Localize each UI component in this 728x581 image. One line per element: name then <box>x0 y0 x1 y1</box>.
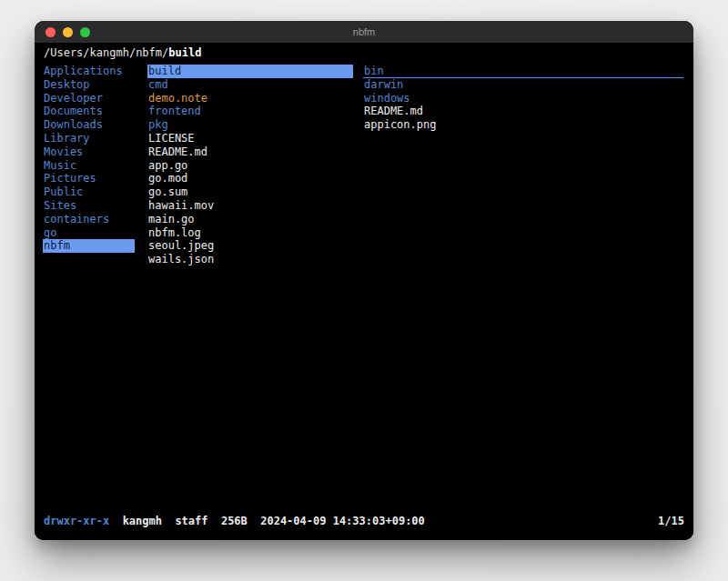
file-item[interactable]: build <box>147 65 353 78</box>
file-item[interactable]: hawaii.mov <box>147 199 353 213</box>
zoom-button[interactable] <box>80 27 90 37</box>
file-item[interactable]: go.sum <box>147 185 353 199</box>
status-bar: drwxr-xr-x kangmh staff 256B 2024-04-09 … <box>44 515 684 528</box>
window-titlebar[interactable]: nbfm <box>35 21 693 43</box>
file-item[interactable]: Developer <box>43 92 135 105</box>
file-item[interactable]: windows <box>363 92 683 105</box>
file-item[interactable]: bin <box>363 65 683 78</box>
file-item[interactable]: nbfm.log <box>147 226 353 240</box>
minimize-button[interactable] <box>63 27 73 37</box>
file-item[interactable]: Library <box>43 132 135 145</box>
file-permissions: drwxr-xr-x <box>44 515 109 528</box>
file-item[interactable]: seoul.jpeg <box>147 239 353 253</box>
file-item[interactable]: appicon.png <box>363 118 683 132</box>
window-title: nbfm <box>35 26 693 37</box>
file-item[interactable]: pkg <box>147 118 353 132</box>
file-item[interactable]: go <box>43 226 135 240</box>
file-item[interactable]: Music <box>43 159 135 173</box>
current-path: /Users/kangmh/nbfm/build <box>44 46 201 60</box>
file-item[interactable]: Documents <box>43 105 135 118</box>
path-current-dir: build <box>168 46 201 59</box>
file-item[interactable]: Desktop <box>43 78 135 92</box>
file-item[interactable]: cmd <box>147 78 353 92</box>
file-item[interactable]: Sites <box>43 199 135 213</box>
file-item[interactable]: frontend <box>147 105 353 118</box>
file-size: 256B <box>221 515 248 528</box>
file-item[interactable]: README.md <box>147 145 353 159</box>
file-item[interactable]: Pictures <box>43 172 135 185</box>
terminal-content: /Users/kangmh/nbfm/build ApplicationsDes… <box>35 43 693 540</box>
file-item[interactable]: containers <box>43 213 135 226</box>
file-item[interactable]: README.md <box>363 105 683 118</box>
file-item[interactable]: nbfm <box>43 239 135 253</box>
file-group: staff <box>175 515 207 528</box>
file-item[interactable]: Public <box>43 185 135 199</box>
file-item[interactable]: app.go <box>147 159 353 173</box>
file-owner: kangmh <box>123 515 162 528</box>
file-item[interactable]: Applications <box>43 65 135 78</box>
file-item[interactable]: Movies <box>43 145 135 159</box>
close-button[interactable] <box>46 27 56 37</box>
file-item[interactable]: demo.note <box>147 92 353 105</box>
current-directory-column: buildcmddemo.notefrontendpkgLICENSEREADM… <box>147 65 353 266</box>
position-indicator: 1/15 <box>658 515 684 528</box>
file-item[interactable]: Downloads <box>43 118 135 132</box>
file-modified-time: 2024-04-09 14:33:03+09:00 <box>260 515 425 528</box>
file-item[interactable]: wails.json <box>147 253 353 266</box>
terminal-window: nbfm /Users/kangmh/nbfm/build Applicatio… <box>35 21 693 540</box>
desktop-background: nbfm /Users/kangmh/nbfm/build Applicatio… <box>0 0 728 581</box>
parent-directory-column: ApplicationsDesktopDeveloperDocumentsDow… <box>43 65 135 253</box>
path-prefix: /Users/kangmh/nbfm/ <box>44 46 168 59</box>
file-item[interactable]: main.go <box>147 213 353 226</box>
file-item[interactable]: LICENSE <box>147 132 353 145</box>
file-item[interactable]: go.mod <box>147 172 353 185</box>
preview-directory-column: bindarwinwindowsREADME.mdappicon.png <box>363 65 683 132</box>
traffic-lights <box>46 27 90 37</box>
file-item[interactable]: darwin <box>363 78 683 92</box>
